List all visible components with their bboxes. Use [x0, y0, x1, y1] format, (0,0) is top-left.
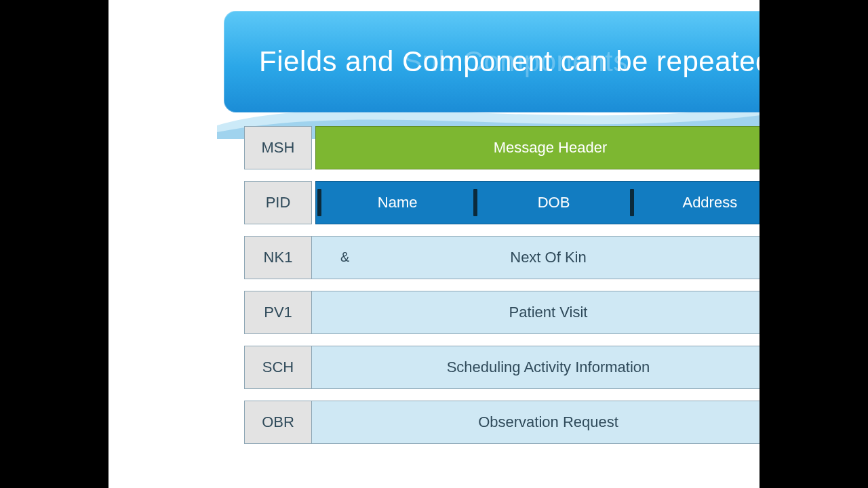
row-pid: PID Name DOB Address: [244, 181, 760, 224]
segment-body: Patient Visit: [312, 291, 760, 334]
segment-rows: MSH Message Header PID Name DOB Address …: [244, 126, 760, 444]
segment-body: Name DOB Address: [315, 181, 760, 224]
row-msh: MSH Message Header: [244, 126, 760, 169]
pid-field-dob: DOB: [479, 182, 628, 224]
segment-body: Scheduling Activity Information: [312, 346, 760, 389]
slide: Sub Components Fields and Component can …: [108, 0, 760, 488]
segment-body: Next Of Kin: [312, 236, 760, 279]
segment-body: Observation Request: [312, 401, 760, 444]
ampersand-symbol: &: [340, 249, 349, 265]
segment-code: OBR: [244, 401, 312, 444]
segment-code: MSH: [244, 126, 312, 169]
segment-body: Message Header: [315, 126, 760, 169]
segment-code: PV1: [244, 291, 312, 334]
slide-title: Fields and Component can be repeated: [259, 45, 760, 78]
row-nk1: NK1 Next Of Kin &: [244, 236, 760, 279]
row-pv1: PV1 Patient Visit: [244, 291, 760, 334]
title-panel: Sub Components Fields and Component can …: [224, 11, 760, 113]
field-separator-icon: [472, 182, 479, 224]
row-sch: SCH Scheduling Activity Information: [244, 346, 760, 389]
pid-field-address: Address: [635, 182, 760, 224]
segment-code: PID: [244, 181, 312, 224]
segment-code: NK1: [244, 236, 312, 279]
row-obr: OBR Observation Request: [244, 401, 760, 444]
field-separator-icon: [629, 182, 635, 224]
segment-code: SCH: [244, 346, 312, 389]
pid-field-name: Name: [323, 182, 472, 224]
field-separator-icon: [316, 182, 323, 224]
